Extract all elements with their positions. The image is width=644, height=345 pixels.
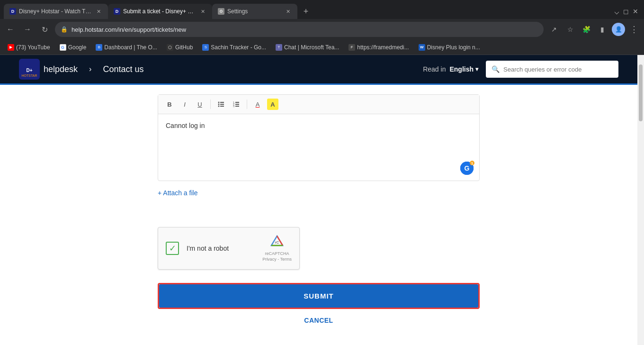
page-content: D+ HOTSTAR helpdesk › Contact us Read in…: [0, 55, 637, 345]
recaptcha-checkmark: ✓: [166, 242, 179, 255]
bookmark-disney-word[interactable]: W Disney Plus login n...: [415, 42, 484, 53]
close-button[interactable]: ✕: [633, 8, 638, 15]
youtube-favicon: ▶: [8, 44, 14, 51]
search-bar[interactable]: 🔍: [486, 61, 618, 78]
svg-text:HOTSTAR: HOTSTAR: [22, 74, 37, 77]
svg-point-7: [218, 106, 220, 107]
toolbar-separator-1: [210, 100, 211, 109]
share-button[interactable]: ↗: [547, 23, 561, 36]
tab1-label: Disney+ Hotstar - Watch TV Sho...: [19, 8, 92, 15]
submit-button-wrapper: SUBMIT: [158, 283, 480, 309]
svg-rect-4: [220, 102, 224, 103]
bookmark-framed[interactable]: F https://framedmedi...: [345, 42, 412, 53]
underline-button[interactable]: U: [194, 99, 206, 110]
number-list-icon: 1. 2. 3.: [233, 101, 240, 108]
bookmark-sachin[interactable]: S Sachin Tracker - Go...: [198, 42, 270, 53]
search-input[interactable]: [503, 66, 613, 73]
svg-point-5: [218, 104, 220, 105]
editor-toolbar: B I U: [158, 95, 479, 114]
teams-favicon: T: [276, 44, 282, 51]
site-header: D+ HOTSTAR helpdesk › Contact us Read in…: [0, 55, 637, 83]
browser-tab-3[interactable]: ⚙ Settings ✕: [212, 4, 297, 19]
helpdesk-label: helpdesk: [44, 64, 78, 74]
svg-text:rC: rC: [275, 240, 279, 245]
recaptcha-label: I'm not a robot: [187, 245, 255, 252]
tab3-close[interactable]: ✕: [284, 8, 292, 15]
extensions-button[interactable]: 🧩: [580, 23, 593, 36]
google-favicon: G: [60, 44, 66, 51]
editor-content: Cannot log in: [166, 122, 205, 129]
language-select[interactable]: English ▾: [449, 65, 478, 73]
bookmark-framed-label: https://framedmedi...: [357, 44, 409, 51]
rich-text-editor[interactable]: B I U: [158, 94, 480, 181]
bookmark-github-label: GitHub: [175, 44, 193, 51]
tab1-favicon: D: [9, 8, 16, 15]
submit-button[interactable]: SUBMIT: [159, 284, 478, 308]
logo-area[interactable]: D+ HOTSTAR helpdesk: [19, 59, 78, 80]
svg-point-3: [218, 102, 220, 103]
font-color-button[interactable]: A: [252, 99, 263, 110]
tab2-close[interactable]: ✕: [199, 8, 206, 15]
framed-favicon: F: [349, 44, 355, 51]
tab3-label: Settings: [227, 8, 281, 15]
attach-file-link[interactable]: + Attach a file: [158, 189, 197, 197]
bookmark-dashboard[interactable]: B Dashboard | The O...: [92, 42, 161, 53]
recaptcha-terms[interactable]: Terms: [280, 257, 292, 262]
address-bar[interactable]: 🔒 help.hotstar.com/in/en/support/tickets…: [55, 22, 544, 37]
lock-icon: 🔒: [61, 26, 68, 33]
bold-button[interactable]: B: [164, 99, 175, 110]
restore-button[interactable]: ◻: [623, 8, 629, 15]
svg-rect-14: [235, 106, 239, 107]
minimize-button[interactable]: ⌵: [614, 6, 619, 17]
bookmark-sachin-label: Sachin Tracker - Go...: [211, 44, 266, 51]
bookmark-star-button[interactable]: ☆: [564, 23, 577, 36]
browser-tab-1[interactable]: D Disney+ Hotstar - Watch TV Sho... ✕: [4, 4, 108, 19]
logo-image: D+ HOTSTAR: [19, 59, 40, 80]
breadcrumb-current: Contact us: [103, 64, 143, 74]
read-in-area: Read in English ▾: [423, 65, 478, 73]
recaptcha-links: Privacy - Terms: [262, 257, 292, 262]
language-label: English: [449, 65, 474, 73]
github-favicon: ⬡: [167, 44, 173, 51]
bookmark-youtube-label: (73) YouTube: [16, 44, 50, 51]
forward-button[interactable]: →: [21, 23, 34, 36]
dashboard-favicon: B: [96, 44, 102, 51]
tab1-close[interactable]: ✕: [95, 8, 102, 15]
search-icon: 🔍: [492, 65, 500, 73]
recaptcha-widget[interactable]: ✓ I'm not a robot rC reCAPTCHA Privacy -: [158, 227, 300, 270]
bg-color-button[interactable]: A: [267, 99, 278, 110]
word-favicon: W: [419, 44, 425, 51]
bookmark-teams-label: Chat | Microsoft Tea...: [284, 44, 339, 51]
scrollbar-track[interactable]: [637, 55, 644, 345]
toolbar-separator-2: [247, 100, 247, 109]
bookmark-disney-word-label: Disney Plus login n...: [427, 44, 480, 51]
bullet-list-icon: [218, 101, 224, 108]
browser-tab-2[interactable]: D Submit a ticket - Disney+ Hotsta... ✕: [108, 4, 212, 19]
read-in-label: Read in: [423, 65, 446, 73]
bookmark-teams[interactable]: T Chat | Microsoft Tea...: [272, 42, 343, 53]
svg-rect-6: [220, 104, 224, 105]
recaptcha-privacy[interactable]: Privacy: [262, 257, 277, 262]
profile-button[interactable]: 👤: [612, 23, 625, 36]
menu-button[interactable]: ⋮: [628, 24, 640, 35]
chevron-down-icon: ▾: [475, 66, 478, 73]
main-content: B I U: [139, 85, 499, 343]
tab2-favicon: D: [114, 8, 120, 15]
bookmark-google[interactable]: G Google: [56, 42, 90, 53]
new-tab-button[interactable]: +: [299, 5, 313, 18]
back-button[interactable]: ←: [4, 23, 17, 36]
number-list-button[interactable]: 1. 2. 3.: [231, 99, 242, 110]
bullet-list-button[interactable]: [215, 99, 227, 110]
refresh-button[interactable]: ↻: [38, 23, 51, 36]
italic-button[interactable]: I: [179, 99, 190, 110]
bookmark-github[interactable]: ⬡ GitHub: [163, 42, 197, 53]
cancel-link[interactable]: CANCEL: [158, 317, 480, 324]
breadcrumb-separator: ›: [89, 65, 91, 73]
recaptcha-logo-icon: rC: [269, 235, 285, 250]
scrollbar-thumb[interactable]: [639, 64, 643, 121]
editor-body[interactable]: Cannot log in G 1: [158, 114, 479, 181]
bookmark-youtube[interactable]: ▶ (73) YouTube: [4, 42, 54, 53]
svg-text:D+: D+: [26, 68, 32, 73]
bookmark-google-label: Google: [68, 44, 87, 51]
sidebar-button[interactable]: ▮: [596, 23, 609, 36]
